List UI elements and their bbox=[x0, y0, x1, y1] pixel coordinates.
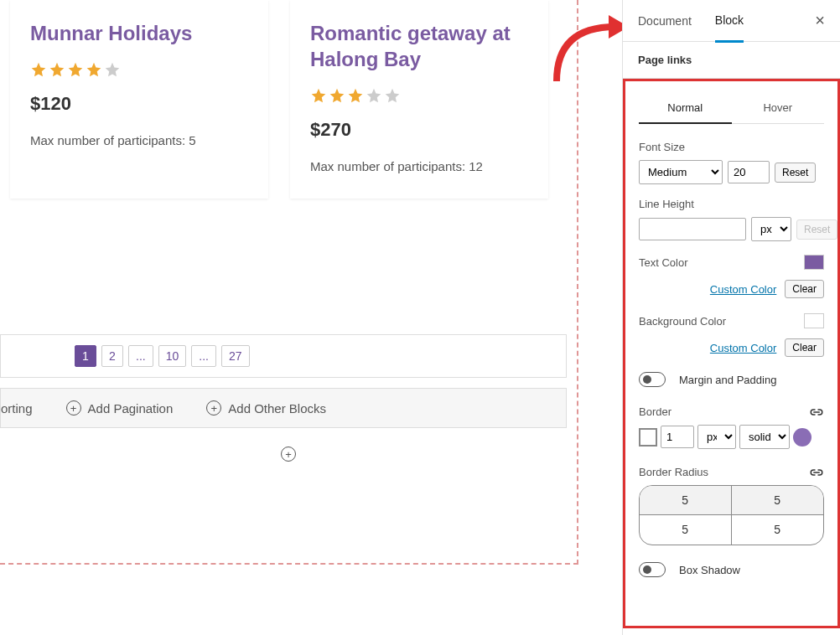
star-rating bbox=[310, 87, 528, 104]
block-toolbar: orting +Add Pagination +Add Other Blocks bbox=[0, 388, 567, 428]
margin-padding-label: Margin and Padding bbox=[679, 374, 776, 386]
pagination: 1 2 ... 10 ... 27 bbox=[0, 334, 567, 378]
border-label: Border bbox=[639, 405, 671, 418]
card-title[interactable]: Munnar Holidays bbox=[30, 20, 248, 46]
box-shadow-label: Box Shadow bbox=[679, 564, 740, 576]
star-icon bbox=[86, 61, 102, 78]
font-size-select[interactable]: Medium bbox=[639, 160, 723, 184]
border-unit-select[interactable]: px bbox=[697, 425, 736, 449]
card-title[interactable]: Romantic getaway at Halong Bay bbox=[310, 20, 528, 72]
font-size-label: Font Size bbox=[639, 141, 824, 153]
bg-color-clear-button[interactable]: Clear bbox=[785, 338, 824, 357]
star-icon bbox=[329, 87, 345, 104]
add-pagination-button[interactable]: +Add Pagination bbox=[66, 400, 174, 416]
star-icon bbox=[366, 87, 382, 104]
tab-block[interactable]: Block bbox=[715, 0, 744, 43]
star-icon bbox=[104, 61, 121, 78]
star-icon bbox=[67, 61, 84, 78]
page-27-button[interactable]: 27 bbox=[221, 345, 250, 367]
box-shadow-toggle[interactable] bbox=[639, 562, 666, 577]
radius-bl-input[interactable]: 5 bbox=[640, 515, 732, 545]
panel-title[interactable]: Page links bbox=[623, 42, 840, 79]
border-radius-grid: 5 5 5 5 bbox=[639, 485, 824, 545]
plus-icon: + bbox=[206, 400, 221, 416]
radius-tr-input[interactable]: 5 bbox=[732, 486, 824, 515]
page-dots: ... bbox=[191, 345, 216, 367]
radius-tl-input[interactable]: 5 bbox=[640, 486, 732, 515]
card-max-participants: Max number of participants: 12 bbox=[310, 159, 528, 173]
link-icon[interactable] bbox=[809, 468, 824, 477]
plus-icon: + bbox=[66, 400, 81, 416]
font-size-reset-button[interactable]: Reset bbox=[775, 163, 816, 183]
page-dots: ... bbox=[128, 345, 153, 367]
product-card: Romantic getaway at Halong Bay $270 Max … bbox=[290, 0, 548, 199]
font-size-input[interactable] bbox=[728, 161, 770, 183]
plus-icon: + bbox=[281, 447, 296, 462]
card-max-participants: Max number of participants: 5 bbox=[30, 133, 248, 147]
settings-sidebar: Document Block × Page links Normal Hover… bbox=[622, 0, 840, 635]
subtab-normal[interactable]: Normal bbox=[639, 93, 732, 124]
border-color-circle[interactable] bbox=[793, 428, 811, 447]
border-style-select[interactable]: solid bbox=[739, 425, 790, 449]
star-rating bbox=[30, 61, 248, 78]
close-icon[interactable]: × bbox=[815, 11, 825, 30]
page-1-button[interactable]: 1 bbox=[75, 345, 96, 367]
card-price: $270 bbox=[310, 119, 528, 141]
line-height-reset-button[interactable]: Reset bbox=[796, 219, 837, 240]
bg-color-swatch[interactable] bbox=[804, 313, 824, 328]
star-icon bbox=[384, 87, 401, 104]
text-custom-color-link[interactable]: Custom Color bbox=[710, 283, 776, 296]
text-color-clear-button[interactable]: Clear bbox=[785, 280, 824, 298]
tab-document[interactable]: Document bbox=[638, 1, 692, 41]
border-radius-label: Border Radius bbox=[639, 466, 708, 478]
line-height-input[interactable] bbox=[639, 218, 746, 240]
bg-color-label: Background Color bbox=[639, 315, 726, 328]
add-block-button[interactable]: + bbox=[0, 447, 577, 462]
line-height-label: Line Height bbox=[639, 198, 824, 210]
star-icon bbox=[310, 87, 327, 104]
bg-custom-color-link[interactable]: Custom Color bbox=[710, 342, 776, 354]
add-other-blocks-button[interactable]: +Add Other Blocks bbox=[206, 400, 326, 416]
product-card: Munnar Holidays $120 Max number of parti… bbox=[10, 0, 268, 199]
line-height-unit-select[interactable]: px bbox=[751, 217, 791, 241]
add-sorting-button[interactable]: orting bbox=[1, 401, 33, 416]
star-icon bbox=[30, 61, 47, 78]
border-color-box[interactable] bbox=[639, 428, 657, 447]
margin-padding-toggle[interactable] bbox=[639, 372, 666, 387]
page-2-button[interactable]: 2 bbox=[101, 345, 123, 367]
subtab-hover[interactable]: Hover bbox=[732, 93, 825, 124]
text-color-swatch[interactable] bbox=[804, 255, 824, 270]
star-icon bbox=[49, 61, 65, 78]
page-10-button[interactable]: 10 bbox=[158, 345, 187, 367]
text-color-label: Text Color bbox=[639, 256, 688, 269]
star-icon bbox=[347, 87, 364, 104]
radius-br-input[interactable]: 5 bbox=[732, 515, 824, 545]
card-price: $120 bbox=[30, 93, 248, 115]
border-width-input[interactable] bbox=[661, 426, 694, 448]
link-icon[interactable] bbox=[809, 408, 824, 416]
